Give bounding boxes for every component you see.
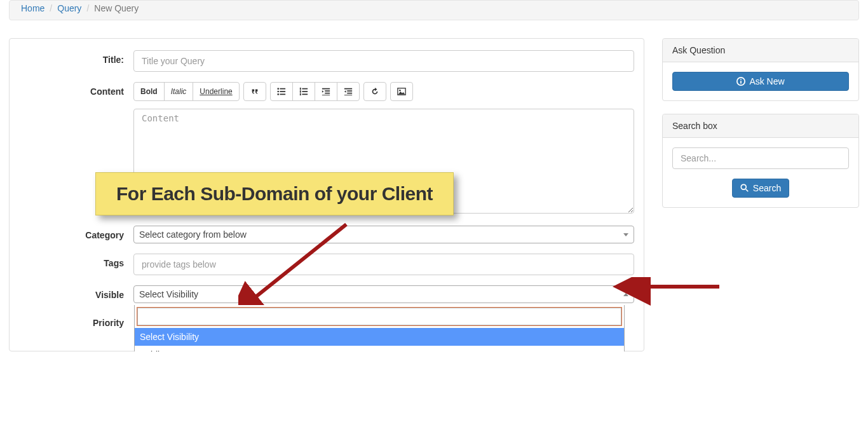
outdent-button[interactable] xyxy=(315,82,337,101)
breadcrumb: Home Query New Query xyxy=(21,3,847,13)
redo-button[interactable] xyxy=(363,82,386,101)
content-label: Content xyxy=(19,82,133,97)
svg-rect-19 xyxy=(347,93,352,94)
svg-point-29 xyxy=(741,79,742,80)
svg-rect-5 xyxy=(280,94,285,95)
search-icon xyxy=(740,184,749,193)
svg-rect-28 xyxy=(741,81,742,83)
svg-marker-21 xyxy=(344,90,346,93)
breadcrumb-current: New Query xyxy=(81,3,139,13)
svg-rect-18 xyxy=(347,90,352,92)
indent-icon xyxy=(344,87,353,96)
svg-rect-3 xyxy=(280,88,285,90)
visibility-search-input[interactable] xyxy=(137,308,621,325)
quote-icon xyxy=(250,87,259,96)
svg-point-1 xyxy=(277,91,279,93)
svg-marker-16 xyxy=(322,90,324,93)
breadcrumb-home[interactable]: Home xyxy=(21,3,44,13)
svg-rect-14 xyxy=(325,93,330,94)
indent-button[interactable] xyxy=(337,82,360,101)
annotation-callout: For Each Sub-Domain of your Client xyxy=(95,172,454,215)
title-input[interactable] xyxy=(133,50,634,72)
svg-rect-8 xyxy=(302,94,308,95)
ordered-list-button[interactable] xyxy=(292,82,315,101)
svg-rect-10 xyxy=(300,90,301,93)
svg-rect-12 xyxy=(322,88,330,90)
breadcrumb-query[interactable]: Query xyxy=(57,3,81,13)
chevron-up-icon xyxy=(623,293,628,296)
ask-new-button[interactable]: Ask New xyxy=(672,72,849,91)
quote-button[interactable] xyxy=(243,82,266,101)
svg-rect-4 xyxy=(280,91,285,92)
priority-label: Priority xyxy=(19,313,133,328)
visible-selected: Select Visibility xyxy=(139,289,198,299)
svg-rect-7 xyxy=(302,91,308,92)
chevron-down-icon xyxy=(623,233,628,236)
svg-line-31 xyxy=(746,189,749,192)
main-form-panel: Title: Content Bold Italic Underline xyxy=(9,38,644,351)
search-button[interactable]: Search xyxy=(732,179,789,198)
unordered-list-button[interactable] xyxy=(270,82,293,101)
svg-rect-17 xyxy=(344,88,352,90)
ol-icon xyxy=(299,87,308,96)
visibility-options: Select Visibility Public For Registered … xyxy=(135,328,624,351)
svg-rect-20 xyxy=(344,95,352,95)
breadcrumb-bar: Home Query New Query xyxy=(9,0,859,20)
info-icon xyxy=(736,77,745,86)
ul-icon xyxy=(277,87,286,96)
search-heading: Search box xyxy=(663,114,858,138)
image-button[interactable] xyxy=(390,82,413,101)
svg-point-30 xyxy=(741,184,746,189)
svg-rect-6 xyxy=(302,88,308,90)
svg-point-2 xyxy=(277,93,279,95)
tags-label: Tags xyxy=(19,254,133,268)
italic-button[interactable]: Italic xyxy=(164,82,194,101)
ask-question-panel: Ask Question Ask New xyxy=(662,38,859,101)
sidebar: Ask Question Ask New Search box Search xyxy=(662,38,859,351)
svg-rect-15 xyxy=(322,95,330,95)
svg-rect-13 xyxy=(325,90,330,92)
svg-rect-11 xyxy=(300,93,301,96)
image-icon xyxy=(397,87,406,96)
visibility-option[interactable]: Public xyxy=(135,346,624,351)
search-input[interactable] xyxy=(672,147,849,169)
search-panel: Search box Search xyxy=(662,114,859,208)
visible-label: Visible xyxy=(19,285,133,300)
tags-input[interactable] xyxy=(133,254,634,275)
category-label: Category xyxy=(19,226,133,240)
outdent-icon xyxy=(322,87,330,96)
svg-marker-24 xyxy=(398,92,405,94)
svg-rect-9 xyxy=(300,88,301,90)
visibility-dropdown: Select Visibility Public For Registered … xyxy=(134,305,625,351)
title-label: Title: xyxy=(19,50,133,65)
svg-point-23 xyxy=(399,90,401,92)
ask-question-heading: Ask Question xyxy=(663,39,858,62)
category-selected: Select category from below xyxy=(139,229,247,240)
bold-button[interactable]: Bold xyxy=(133,82,165,101)
category-select[interactable]: Select category from below xyxy=(133,226,634,243)
underline-button[interactable]: Underline xyxy=(193,82,239,101)
redo-icon xyxy=(370,87,379,96)
svg-point-0 xyxy=(277,88,279,90)
editor-toolbar: Bold Italic Underline xyxy=(133,82,634,101)
visible-select[interactable]: Select Visibility xyxy=(133,285,634,303)
visibility-option[interactable]: Select Visibility xyxy=(135,328,624,346)
